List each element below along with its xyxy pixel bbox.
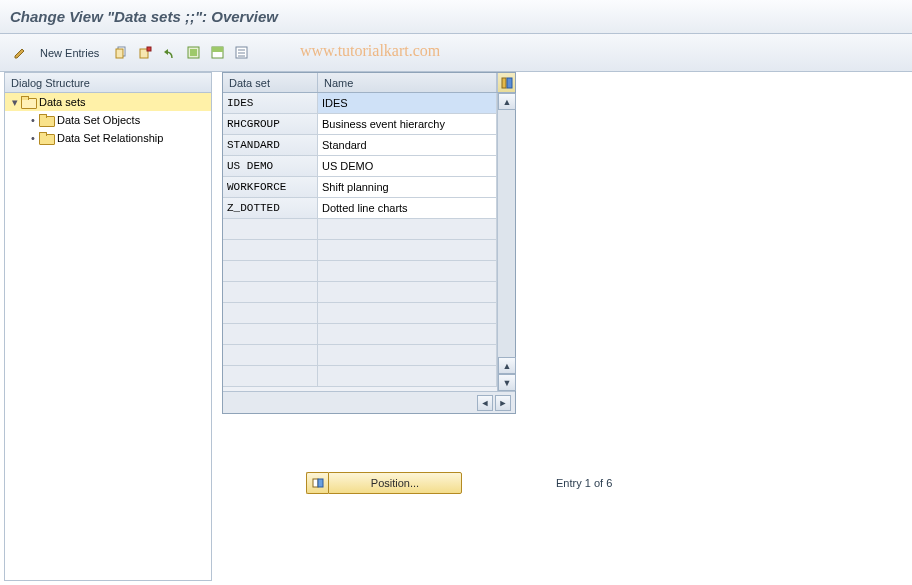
tree-node-label: Data Set Relationship: [57, 132, 163, 144]
new-entries-button[interactable]: New Entries: [36, 45, 103, 61]
table-row-empty: [223, 345, 497, 366]
toolbar: New Entries www.tutorialkart.com: [0, 34, 912, 72]
table-row-empty: [223, 240, 497, 261]
cell-data-set[interactable]: Z_DOTTED: [223, 198, 318, 218]
table-row-empty: [223, 324, 497, 345]
folder-icon: [39, 133, 53, 144]
page-title: Change View "Data sets ;;": Overview: [0, 0, 912, 34]
tree-node-data-set-objects[interactable]: • Data Set Objects: [23, 111, 211, 129]
dialog-structure-pane: Dialog Structure ▾ Data sets • Data Set …: [4, 72, 212, 581]
table-row[interactable]: US DEMOUS DEMO: [223, 156, 497, 177]
table-row-empty: [223, 219, 497, 240]
scroll-left-button[interactable]: ◄: [477, 395, 493, 411]
cell-empty: [318, 366, 497, 386]
entry-count-label: Entry 1 of 6: [556, 477, 612, 489]
svg-rect-15: [318, 479, 323, 487]
tree-node-data-sets[interactable]: ▾ Data sets: [5, 93, 211, 111]
cell-name[interactable]: Shift planning: [318, 177, 497, 197]
svg-rect-12: [502, 78, 506, 88]
deselect-all-icon[interactable]: [231, 43, 251, 63]
delete-icon[interactable]: [135, 43, 155, 63]
table-config-button[interactable]: [497, 73, 515, 92]
cell-data-set[interactable]: IDES: [223, 93, 318, 113]
table-row[interactable]: STANDARDStandard: [223, 135, 497, 156]
scrollbar-track[interactable]: [498, 110, 515, 357]
table-row-empty: [223, 261, 497, 282]
copy-icon[interactable]: [111, 43, 131, 63]
tree-node-label: Data Set Objects: [57, 114, 140, 126]
select-all-icon[interactable]: [183, 43, 203, 63]
cell-name[interactable]: Dotted line charts: [318, 198, 497, 218]
undo-icon[interactable]: [159, 43, 179, 63]
cell-data-set[interactable]: RHCGROUP: [223, 114, 318, 134]
tree-collapse-icon[interactable]: ▾: [9, 96, 21, 109]
svg-rect-14: [313, 479, 318, 487]
svg-rect-3: [147, 47, 151, 51]
scroll-up-button[interactable]: ▲: [498, 93, 516, 110]
table-row-empty: [223, 303, 497, 324]
cell-empty: [223, 282, 318, 302]
table-header-row: Data set Name: [223, 73, 515, 93]
cell-empty: [318, 282, 497, 302]
cell-empty: [223, 261, 318, 281]
position-button-group: Position...: [306, 472, 462, 494]
cell-empty: [318, 324, 497, 344]
body-area: Dialog Structure ▾ Data sets • Data Set …: [0, 72, 912, 585]
cell-empty: [318, 345, 497, 365]
table-row-empty: [223, 282, 497, 303]
edit-icon[interactable]: [10, 43, 30, 63]
table-row[interactable]: IDESIDES: [223, 93, 497, 114]
cell-empty: [223, 240, 318, 260]
select-block-icon[interactable]: [207, 43, 227, 63]
svg-rect-13: [507, 78, 512, 88]
cell-data-set[interactable]: WORKFORCE: [223, 177, 318, 197]
dialog-structure-header: Dialog Structure: [5, 73, 211, 93]
data-sets-table: Data set Name IDESIDESRHCGROUPBusiness e…: [222, 72, 516, 414]
position-icon[interactable]: [306, 472, 328, 494]
cell-data-set[interactable]: US DEMO: [223, 156, 318, 176]
cell-empty: [318, 303, 497, 323]
cell-data-set[interactable]: STANDARD: [223, 135, 318, 155]
table-row[interactable]: RHCGROUPBusiness event hierarchy: [223, 114, 497, 135]
cell-empty: [223, 366, 318, 386]
cell-empty: [223, 219, 318, 239]
cell-empty: [318, 261, 497, 281]
table-body: IDESIDESRHCGROUPBusiness event hierarchy…: [223, 93, 497, 391]
scroll-down-up-icon[interactable]: ▲: [498, 357, 516, 374]
tree-bullet-icon: •: [27, 114, 39, 126]
cell-empty: [223, 345, 318, 365]
cell-name[interactable]: Business event hierarchy: [318, 114, 497, 134]
position-button[interactable]: Position...: [328, 472, 462, 494]
cell-empty: [223, 324, 318, 344]
watermark-text: www.tutorialkart.com: [300, 42, 440, 60]
main-pane: Data set Name IDESIDESRHCGROUPBusiness e…: [222, 72, 908, 581]
tree-bullet-icon: •: [27, 132, 39, 144]
svg-rect-7: [212, 47, 223, 52]
scroll-down-button[interactable]: ▼: [498, 374, 516, 391]
horizontal-scrollbar[interactable]: ◄ ►: [223, 391, 515, 413]
folder-open-icon: [21, 97, 35, 108]
cell-empty: [223, 303, 318, 323]
table-row-empty: [223, 366, 497, 387]
vertical-scrollbar[interactable]: ▲ ▲ ▼: [497, 93, 515, 391]
cell-name[interactable]: IDES: [318, 93, 497, 113]
table-row[interactable]: WORKFORCEShift planning: [223, 177, 497, 198]
column-header-name[interactable]: Name: [318, 73, 497, 92]
svg-rect-1: [116, 49, 123, 58]
cell-name[interactable]: Standard: [318, 135, 497, 155]
cell-empty: [318, 219, 497, 239]
table-row[interactable]: Z_DOTTEDDotted line charts: [223, 198, 497, 219]
tree-children: • Data Set Objects • Data Set Relationsh…: [5, 111, 211, 147]
column-header-data-set[interactable]: Data set: [223, 73, 318, 92]
svg-rect-5: [190, 49, 197, 56]
footer: Position... Entry 1 of 6: [222, 472, 612, 494]
cell-name[interactable]: US DEMO: [318, 156, 497, 176]
folder-icon: [39, 115, 53, 126]
scroll-right-button[interactable]: ►: [495, 395, 511, 411]
tree-node-label: Data sets: [39, 96, 85, 108]
tree-node-data-set-relationship[interactable]: • Data Set Relationship: [23, 129, 211, 147]
cell-empty: [318, 240, 497, 260]
page-title-text: Change View "Data sets ;;": Overview: [10, 8, 278, 25]
